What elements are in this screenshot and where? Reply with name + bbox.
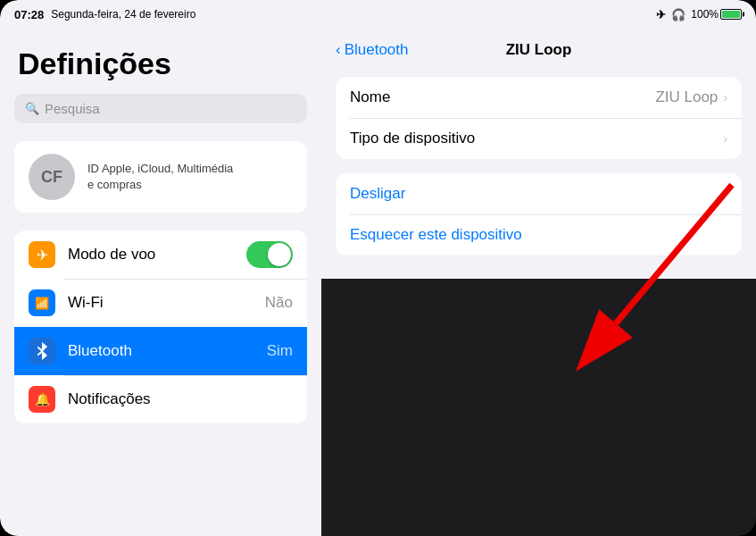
user-card[interactable]: CF ID Apple, iCloud, Multimédiae compras — [14, 141, 307, 213]
nome-label: Nome — [350, 88, 655, 106]
desligar-row[interactable]: Desligar — [336, 173, 742, 214]
settings-item-modo-de-voo[interactable]: ✈ Modo de voo — [14, 230, 307, 279]
settings-item-bluetooth[interactable]: Bluetooth Sim — [14, 327, 307, 375]
settings-item-wifi[interactable]: 📶 Wi-Fi Não — [14, 279, 307, 327]
settings-item-notifications[interactable]: 🔔 Notificações — [14, 375, 307, 423]
modo-de-voo-toggle[interactable] — [246, 241, 293, 268]
modo-de-voo-label: Modo de voo — [68, 246, 234, 264]
left-panel: Definições 🔍 Pesquisa CF ID Apple, iClou… — [0, 29, 321, 536]
user-info: ID Apple, iCloud, Multimédiae compras — [87, 161, 233, 193]
notifications-label: Notificações — [68, 390, 293, 408]
status-right: ✈ 🎧 100% — [656, 8, 742, 21]
search-icon: 🔍 — [25, 102, 39, 115]
status-date: Segunda-feira, 24 de fevereiro — [51, 8, 195, 21]
toggle-knob — [268, 243, 291, 266]
search-bar[interactable]: 🔍 Pesquisa — [14, 94, 307, 123]
battery-percent: 100% — [691, 8, 719, 21]
desligar-link[interactable]: Desligar — [350, 185, 727, 203]
page-title: Definições — [14, 46, 307, 81]
search-placeholder: Pesquisa — [45, 101, 100, 116]
status-time: 07:28 — [14, 8, 44, 21]
tipo-label: Tipo de dispositivo — [350, 130, 723, 147]
right-panel-wrapper: ‹ Bluetooth ZIU Loop Nome ZIU Loop › — [321, 29, 756, 536]
airplane-icon: ✈ — [656, 8, 666, 21]
nome-row[interactable]: Nome ZIU Loop › — [336, 77, 742, 118]
right-header-title: ZIU Loop — [506, 41, 572, 59]
right-header: ‹ Bluetooth ZIU Loop — [321, 29, 756, 68]
nome-chevron-icon: › — [723, 90, 727, 105]
battery-icon — [720, 9, 742, 20]
airplane-setting-icon: ✈ — [29, 241, 55, 268]
wifi-label: Wi-Fi — [68, 294, 253, 312]
back-button[interactable]: ‹ Bluetooth — [336, 41, 409, 59]
nome-value: ZIU Loop › — [655, 88, 727, 106]
action-section: Desligar Esquecer este dispositivo — [336, 173, 742, 255]
notifications-setting-icon: 🔔 — [29, 386, 55, 413]
main-content: Definições 🔍 Pesquisa CF ID Apple, iClou… — [0, 29, 756, 536]
status-bar: 07:28 Segunda-feira, 24 de fevereiro ✈ 🎧… — [0, 0, 756, 29]
esquecer-link[interactable]: Esquecer este dispositivo — [350, 226, 727, 244]
bluetooth-setting-icon — [29, 338, 55, 364]
wifi-setting-icon: 📶 — [29, 289, 55, 316]
bluetooth-label: Bluetooth — [68, 342, 254, 360]
wifi-value: Não — [265, 294, 293, 312]
headphone-icon: 🎧 — [671, 8, 685, 21]
device-frame: 07:28 Segunda-feira, 24 de fevereiro ✈ 🎧… — [0, 0, 756, 536]
bluetooth-value: Sim — [267, 342, 293, 360]
right-content: Nome ZIU Loop › Tipo de dispositivo › — [321, 68, 756, 279]
settings-list: ✈ Modo de voo 📶 Wi-Fi Não — [14, 230, 307, 423]
tipo-chevron-icon: › — [723, 131, 727, 146]
back-chevron-icon: ‹ — [336, 41, 341, 59]
avatar: CF — [29, 154, 75, 200]
status-left: 07:28 Segunda-feira, 24 de fevereiro — [14, 8, 195, 21]
tipo-value: › — [723, 131, 727, 146]
esquecer-row[interactable]: Esquecer este dispositivo — [336, 214, 742, 255]
right-panel: ‹ Bluetooth ZIU Loop Nome ZIU Loop › — [321, 29, 756, 279]
tipo-row[interactable]: Tipo de dispositivo › — [336, 118, 742, 159]
back-label: Bluetooth — [345, 41, 409, 59]
battery-fill — [722, 11, 740, 18]
battery-container: 100% — [691, 8, 742, 21]
detail-section: Nome ZIU Loop › Tipo de dispositivo › — [336, 77, 742, 159]
